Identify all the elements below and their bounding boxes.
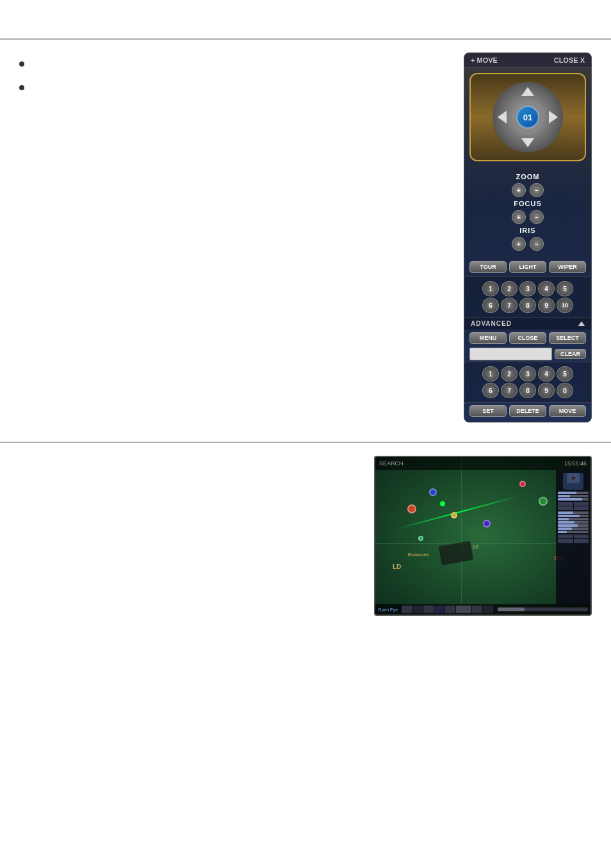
advanced-bar: ADVANCED [464, 317, 591, 330]
select-button[interactable]: SELECT [549, 332, 586, 344]
advanced-expand-icon[interactable] [578, 321, 585, 326]
section2-content: Bonuses 10 Bac LD SEARCH 15:55:46 [0, 443, 611, 629]
zoom-row: ZOOM [471, 173, 585, 181]
timeline-fill [498, 607, 525, 611]
dpad-outer: 01 [493, 82, 563, 152]
adv-num-btn-5[interactable]: 5 [557, 366, 573, 382]
focus-row: FOCUS [471, 200, 585, 207]
num-btn-5[interactable]: 5 [557, 281, 573, 296]
mini-cell-1[interactable] [558, 502, 573, 506]
thumb-3[interactable] [423, 606, 434, 613]
preset-input[interactable] [469, 348, 552, 360]
mini-cell-7[interactable] [558, 539, 573, 543]
joystick-area: 01 [469, 73, 586, 161]
adv-num-btn-7[interactable]: 7 [501, 383, 517, 398]
chip-1 [407, 504, 416, 513]
adv-num-btn-2[interactable]: 2 [501, 366, 517, 382]
status-bar-8 [558, 524, 589, 527]
mini-cell-6[interactable] [574, 534, 589, 538]
move-button[interactable]: MOVE [549, 405, 586, 417]
focus-buttons-row: + − [471, 210, 585, 224]
table-line-v [461, 457, 462, 615]
adv-num-btn-8[interactable]: 8 [519, 383, 536, 398]
camera-time-display: 15:55:46 [564, 460, 587, 467]
iris-plus-button[interactable]: + [512, 237, 526, 251]
section2-right: Bonuses 10 Bac LD SEARCH 15:55:46 [374, 456, 592, 616]
adv-num-btn-4[interactable]: 4 [538, 366, 555, 382]
dpad-right-arrow[interactable] [549, 111, 558, 124]
num-btn-7[interactable]: 7 [501, 298, 517, 313]
clear-button[interactable]: CLEAR [555, 349, 586, 359]
chip-4 [539, 497, 548, 506]
thumb-8[interactable] [483, 606, 493, 613]
wiper-button[interactable]: WIPER [549, 261, 586, 273]
mini-cell-2[interactable] [574, 502, 589, 506]
chip-7 [418, 536, 423, 541]
num-btn-4[interactable]: 4 [538, 281, 555, 296]
chip-3 [451, 512, 457, 518]
iris-minus-button[interactable]: − [530, 237, 544, 251]
adv-num-btn-3[interactable]: 3 [519, 366, 536, 382]
adv-num-btn-9[interactable]: 9 [538, 383, 555, 398]
delete-button[interactable]: DELETE [509, 405, 546, 417]
thumb-4[interactable] [434, 606, 444, 613]
zoom-minus-button[interactable]: − [530, 183, 544, 197]
status-bar-9 [558, 527, 589, 530]
chip-5 [519, 481, 526, 487]
num-btn-8[interactable]: 8 [519, 298, 536, 313]
status-bar-3 [558, 498, 589, 501]
bullet-item-1 [19, 59, 444, 67]
zoom-buttons-row: + − [471, 183, 585, 197]
light-button[interactable]: LIGHT [509, 261, 546, 273]
menu-row: MENU CLOSE SELECT [464, 330, 591, 346]
dpad-down-arrow[interactable] [521, 138, 534, 147]
menu-button[interactable]: MENU [469, 332, 507, 344]
dpad-center-display: 01 [516, 106, 539, 129]
thumb-6[interactable] [456, 606, 471, 613]
mini-cell-4[interactable] [574, 506, 589, 510]
camera-overlay-bottom: Open Eye [375, 604, 591, 615]
focus-minus-button[interactable]: − [530, 210, 544, 224]
num-btn-1[interactable]: 1 [482, 281, 499, 296]
dpad-up-arrow[interactable] [521, 87, 534, 96]
advanced-label: ADVANCED [471, 320, 512, 327]
iris-label: IRIS [519, 227, 535, 234]
mini-cell-3[interactable] [558, 506, 573, 510]
dpad-left-arrow[interactable] [498, 111, 507, 124]
table-text-1: Bonuses [407, 552, 429, 558]
focus-plus-button[interactable]: + [512, 210, 526, 224]
iris-buttons-row: + − [471, 237, 585, 251]
thumb-1[interactable] [402, 606, 412, 613]
camera-search-label: SEARCH [379, 460, 403, 467]
camera-lens-icon [570, 475, 576, 481]
mini-cell-5[interactable] [558, 534, 573, 538]
status-bar-4 [558, 511, 589, 514]
close-button[interactable]: CLOSE [509, 332, 546, 344]
tour-button[interactable]: TOUR [469, 261, 507, 273]
set-button[interactable]: SET [469, 405, 507, 417]
thumb-5[interactable] [445, 606, 455, 613]
zoom-label: ZOOM [516, 173, 540, 181]
thumb-7[interactable] [472, 606, 482, 613]
adv-num-btn-1[interactable]: 1 [482, 366, 499, 382]
chip-2 [429, 488, 437, 496]
ptz-move-label[interactable]: + MOVE [471, 56, 498, 64]
num-btn-9[interactable]: 9 [538, 298, 555, 313]
num-btn-6[interactable]: 6 [482, 298, 499, 313]
num-btn-3[interactable]: 3 [519, 281, 536, 296]
focus-label: FOCUS [514, 200, 542, 207]
adv-num-btn-0[interactable]: 0 [557, 383, 573, 398]
adv-numpad-row-2: 6 7 8 9 0 [469, 383, 586, 398]
adv-num-btn-6[interactable]: 6 [482, 383, 499, 398]
camera-screenshot: Bonuses 10 Bac LD SEARCH 15:55:46 [374, 456, 592, 616]
table-text-2: 10 [472, 543, 478, 550]
bottom-buttons-row: SET DELETE MOVE [464, 403, 591, 422]
ptz-close-label[interactable]: CLOSE X [554, 56, 585, 64]
section2-left-text [19, 456, 355, 616]
num-btn-10[interactable]: 10 [557, 298, 573, 313]
mini-cell-8[interactable] [574, 539, 589, 543]
thumb-2[interactable] [412, 606, 423, 613]
num-btn-2[interactable]: 2 [501, 281, 517, 296]
zoom-plus-button[interactable]: + [512, 183, 526, 197]
chip-6 [483, 520, 491, 527]
